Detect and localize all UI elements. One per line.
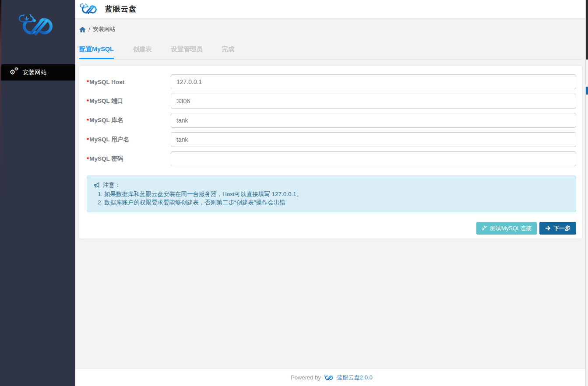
test-mysql-connection-button[interactable]: 测试MySQL连接 <box>476 222 537 235</box>
infinity-cloud-logo-icon <box>324 375 334 381</box>
cogs-icon: ⚙⚙ <box>10 69 19 77</box>
field-label: * MySQL 用户名 <box>87 132 171 147</box>
app-title: 蓝眼云盘 <box>105 4 137 14</box>
breadcrumb-current: 安装网站 <box>93 25 116 33</box>
page: ⚙⚙ 安装网站 蓝眼云盘 / 安装网站 配置MySQL 创建表 设置管理员 <box>0 0 588 386</box>
tab-create-tables[interactable]: 创建表 <box>133 42 152 59</box>
required-marker: * <box>87 79 89 85</box>
notice-box: 注意： 如果数据库和蓝眼云盘安装在同一台服务器，Host可以直接填写 127.0… <box>87 175 576 212</box>
version-link[interactable]: 蓝眼云盘2.0.0 <box>337 374 373 382</box>
field-label: * MySQL Host <box>87 74 171 89</box>
arrow-right-icon <box>545 225 551 231</box>
main-area: 蓝眼云盘 / 安装网站 配置MySQL 创建表 设置管理员 完成 * <box>75 0 588 386</box>
sidebar-logo[interactable] <box>0 0 75 40</box>
unlink-icon <box>482 225 487 231</box>
mysql-config-card: * MySQL Host * MySQL 端口 * MySQL 库名 <box>79 66 582 239</box>
tab-finish[interactable]: 完成 <box>222 42 234 59</box>
sidebar: ⚙⚙ 安装网站 <box>0 0 75 386</box>
action-buttons: 测试MySQL连接 下一步 <box>87 222 576 235</box>
mysql-host-input[interactable] <box>171 74 576 89</box>
form-row-mysql-host: * MySQL Host <box>87 74 576 89</box>
form-row-mysql-username: * MySQL 用户名 <box>87 132 576 147</box>
tab-set-admin[interactable]: 设置管理员 <box>171 42 203 59</box>
infinity-cloud-logo-icon[interactable] <box>79 4 100 15</box>
form-row-mysql-database: * MySQL 库名 <box>87 113 576 128</box>
footer: Powered by 蓝眼云盘2.0.0 <box>75 368 588 386</box>
infinity-cloud-logo-icon <box>17 14 59 38</box>
tab-configure-mysql[interactable]: 配置MySQL <box>79 42 114 59</box>
vertical-scrollbar[interactable] <box>585 0 588 386</box>
notice-list: 如果数据库和蓝眼云盘安装在同一台服务器，Host可以直接填写 127.0.0.1… <box>94 190 569 207</box>
required-marker: * <box>87 137 89 143</box>
breadcrumb: / 安装网站 <box>79 18 582 33</box>
home-icon[interactable] <box>79 27 86 32</box>
required-marker: * <box>87 117 89 124</box>
form-row-mysql-port: * MySQL 端口 <box>87 94 576 109</box>
sidebar-item-install-site[interactable]: ⚙⚙ 安装网站 <box>0 64 75 81</box>
field-label: * MySQL 库名 <box>87 113 171 128</box>
sidebar-edge-decoration <box>0 0 1 386</box>
mysql-password-input[interactable] <box>171 151 576 166</box>
mysql-port-input[interactable] <box>171 94 576 109</box>
header: 蓝眼云盘 <box>75 0 588 18</box>
form-row-mysql-password: * MySQL 密码 <box>87 151 576 166</box>
scrollbar-marker <box>586 87 588 95</box>
breadcrumb-separator: / <box>88 26 90 33</box>
notice-title: 注意： <box>94 181 569 189</box>
powered-by-text: Powered by <box>291 374 321 381</box>
field-label: * MySQL 端口 <box>87 94 171 109</box>
required-marker: * <box>87 156 89 162</box>
required-marker: * <box>87 98 89 105</box>
scrollbar-thumb[interactable] <box>586 0 588 60</box>
mysql-database-input[interactable] <box>171 113 576 128</box>
field-label: * MySQL 密码 <box>87 151 171 166</box>
bullhorn-icon <box>94 182 100 188</box>
notice-item: 数据库账户的权限要求要能够创建表，否则第二步“创建表”操作会出错 <box>104 198 569 207</box>
content: / 安装网站 配置MySQL 创建表 设置管理员 完成 * MySQL Host <box>75 18 588 368</box>
next-step-button[interactable]: 下一步 <box>539 222 576 235</box>
wizard-tabs: 配置MySQL 创建表 设置管理员 完成 <box>79 42 582 60</box>
mysql-username-input[interactable] <box>171 132 576 147</box>
sidebar-menu: ⚙⚙ 安装网站 <box>0 64 75 81</box>
sidebar-item-label: 安装网站 <box>22 69 47 77</box>
notice-item: 如果数据库和蓝眼云盘安装在同一台服务器，Host可以直接填写 127.0.0.1… <box>104 190 569 198</box>
